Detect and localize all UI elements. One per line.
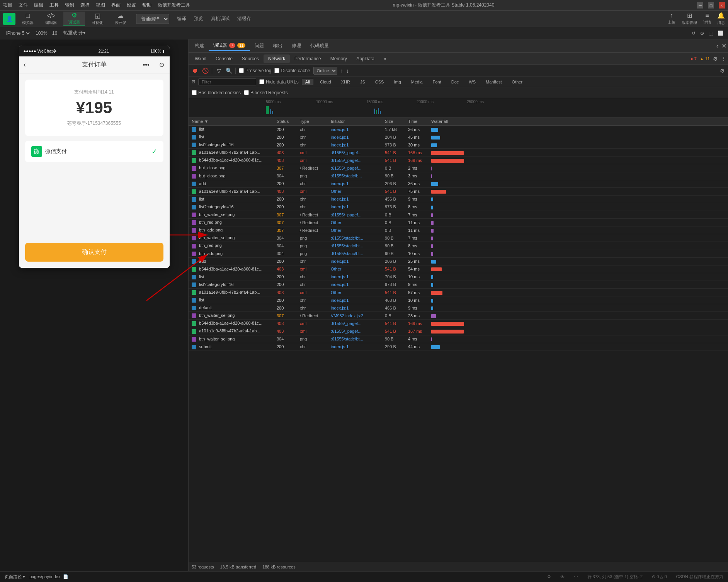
clear-button[interactable]: 🚫	[202, 67, 209, 74]
more-bottom-icon[interactable]: ⋯	[574, 574, 578, 579]
table-row[interactable]: b544d3ba-a1ae-4d20-a860-81c... 403 xml :…	[189, 320, 728, 327]
upload-throttle-icon[interactable]: ↑	[340, 68, 343, 74]
table-row[interactable]: list 200 xhr index.js:1 468 B 10 ms	[189, 296, 728, 304]
tab-quality[interactable]: 代码质量	[306, 41, 333, 51]
table-row[interactable]: but_close.png 304 png :61555/static/b...…	[189, 172, 728, 180]
download-throttle-icon[interactable]: ↓	[346, 68, 349, 74]
col-status[interactable]: Status	[274, 117, 297, 126]
debugger-button[interactable]: ⚙ 调试器	[63, 12, 85, 26]
cloud-button[interactable]: ☁ 云开发	[110, 12, 131, 26]
table-row[interactable]: btn_red.png 304 png :61555/static/bt... …	[189, 242, 728, 250]
filter-doc[interactable]: Doc	[448, 79, 463, 85]
hot-reload[interactable]: 热重载 开▾	[63, 30, 85, 36]
nav-menu-button[interactable]: ⊙	[159, 61, 164, 68]
home-icon[interactable]: ⊙	[700, 31, 704, 36]
tab-wxml[interactable]: Wxml	[190, 54, 211, 63]
table-row[interactable]: list 200 xhr index.js:1 704 B 10 ms	[189, 273, 728, 281]
col-type[interactable]: Type	[297, 117, 328, 126]
simulator-button[interactable]: □ 模拟器	[17, 12, 39, 26]
menu-items[interactable]: 项目 文件 编辑 工具 转到 选择 视图 界面 设置 帮助 微信开发者工具	[3, 2, 190, 9]
clear-cache-button[interactable]: 清缓存	[234, 14, 254, 24]
filter-media[interactable]: Media	[408, 79, 426, 85]
table-row[interactable]: default 200 xhr index.js:1 466 B 9 ms	[189, 304, 728, 312]
col-time[interactable]: Time	[405, 117, 428, 126]
table-row[interactable]: btn_add.png 304 png :61555/static/bt... …	[189, 250, 728, 257]
blocked-requests-checkbox[interactable]	[244, 90, 249, 95]
mode-select[interactable]: 普通编译	[136, 14, 169, 24]
hide-data-urls-checkbox[interactable]	[259, 79, 264, 84]
menu-edit[interactable]: 编辑	[34, 2, 43, 9]
table-row[interactable]: btn_red.png 307 / Redirect Other 0 B 11 …	[189, 219, 728, 226]
tab-repair[interactable]: 修理	[287, 41, 306, 51]
table-row[interactable]: a101a1e9-8f8b-47b2-afa4-1ab... 403 xml O…	[189, 187, 728, 195]
nav-dots-button[interactable]: •••	[143, 61, 150, 68]
table-row[interactable]: but_close.png 307 / Redirect :61555/_pag…	[189, 164, 728, 172]
devtools-collapse-icon[interactable]: ‹	[716, 43, 718, 49]
menu-settings[interactable]: 设置	[127, 2, 136, 9]
table-row[interactable]: list 200 xhr index.js:1 204 B 45 ms	[189, 133, 728, 141]
table-row[interactable]: a101a1e9-8f8b-47b2-afa4-1ab... 403 xml O…	[189, 288, 728, 296]
tab-output[interactable]: 输出	[269, 41, 287, 51]
upload-button[interactable]: ↑ 上传	[668, 12, 675, 26]
tab-memory[interactable]: Memory	[326, 54, 352, 63]
device-select[interactable]: iPhone 5	[5, 30, 31, 36]
preserve-log-checkbox[interactable]	[239, 68, 244, 73]
tab-build[interactable]: 构建	[190, 41, 209, 51]
more-options-icon[interactable]: ⋮	[721, 56, 726, 62]
menu-tools[interactable]: 工具	[49, 2, 59, 9]
editor-button[interactable]: </> 编辑器	[40, 12, 62, 26]
table-row[interactable]: list 200 xhr index.js:1 1.7 kB 36 ms	[189, 126, 728, 133]
col-initiator[interactable]: Initiator	[328, 117, 382, 126]
has-blocked-cookies-label[interactable]: Has blocked cookies	[192, 90, 241, 95]
throttle-select[interactable]: Online	[313, 67, 337, 75]
tab-appdata[interactable]: AppData	[352, 54, 379, 63]
tab-sources[interactable]: Sources	[237, 54, 264, 63]
disable-cache-checkbox[interactable]	[274, 68, 279, 73]
filter-cloud[interactable]: Cloud	[316, 79, 335, 85]
filter-font[interactable]: Font	[429, 79, 445, 85]
hide-data-urls-label[interactable]: Hide data URLs	[259, 79, 299, 85]
close-button[interactable]: ×	[719, 2, 725, 9]
filter-all[interactable]: All	[302, 79, 313, 85]
preview-bottom-icon[interactable]: 👁	[560, 575, 565, 579]
table-row[interactable]: add 200 xhr index.js:1 206 B 36 ms	[189, 180, 728, 187]
table-row[interactable]: submit 200 xhr index.js:1 290 B 44 ms	[189, 343, 728, 351]
menu-goto[interactable]: 转到	[65, 2, 74, 9]
rotate-icon[interactable]: ⬚	[709, 31, 713, 36]
detail-button[interactable]: ≡ 详情	[703, 12, 711, 26]
settings-bottom-icon[interactable]: ⚙	[547, 574, 551, 579]
filter-js[interactable]: JS	[357, 79, 369, 85]
window-controls[interactable]: ─ □ ×	[697, 2, 725, 9]
menu-interface[interactable]: 界面	[111, 2, 121, 9]
table-row[interactable]: b544d3ba-a1ae-4d20-a860-81c... 403 xml :…	[189, 157, 728, 164]
filter-icon[interactable]: ▽	[215, 67, 222, 74]
table-row[interactable]: btn_waiter_sel.png 307 / Redirect VM982 …	[189, 312, 728, 320]
menu-help[interactable]: 帮助	[142, 2, 151, 9]
menu-view[interactable]: 视图	[96, 2, 105, 9]
pointer-icon[interactable]: ⊡	[192, 79, 195, 84]
settings-gear-icon[interactable]: ⚙	[713, 56, 718, 62]
filter-xhr[interactable]: XHR	[338, 79, 354, 85]
filter-img[interactable]: Img	[390, 79, 404, 85]
devtools-close-icon[interactable]: ✕	[721, 42, 726, 49]
minimize-button[interactable]: ─	[697, 2, 703, 9]
table-row[interactable]: add 200 xhr index.js:1 206 B 25 ms	[189, 257, 728, 265]
menu-project[interactable]: 项目	[3, 2, 12, 9]
devtools-settings-icon[interactable]: ⚙	[720, 68, 725, 74]
table-row[interactable]: btn_add.png 307 / Redirect Other 0 B 11 …	[189, 226, 728, 234]
table-row[interactable]: list 200 xhr index.js:1 456 B 9 ms	[189, 195, 728, 203]
filter-manifest[interactable]: Manifest	[482, 79, 505, 85]
filter-input[interactable]	[198, 78, 256, 85]
record-button[interactable]: ⏺	[192, 67, 199, 74]
table-row[interactable]: a101a1e9-8f8b-47b2-afa4-1ab... 403 xml :…	[189, 327, 728, 335]
tab-performance[interactable]: Performance	[290, 54, 326, 63]
table-row[interactable]: btn_waiter_sel.png 304 png :61555/static…	[189, 234, 728, 242]
tab-issues[interactable]: 问题	[250, 41, 269, 51]
visual-button[interactable]: ◱ 可视化	[87, 12, 108, 26]
filter-other[interactable]: Other	[509, 79, 526, 85]
blocked-requests-label[interactable]: Blocked Requests	[244, 90, 288, 95]
col-size[interactable]: Size	[382, 117, 405, 126]
disable-cache-label[interactable]: Disable cache	[274, 68, 310, 73]
search-icon[interactable]: 🔍	[225, 67, 232, 74]
preserve-log-label[interactable]: Preserve log	[239, 68, 271, 73]
